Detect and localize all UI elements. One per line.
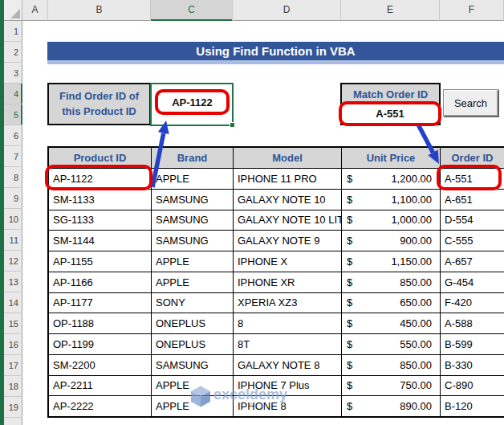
table-cell-order-id[interactable]: A-651 <box>441 190 504 210</box>
table-cell-unit-price[interactable]: $850.00 <box>342 272 441 292</box>
table-cell[interactable]: GALAXY NOTE 10 LITE <box>234 210 342 231</box>
table-cell-order-id[interactable]: A-588 <box>441 313 504 333</box>
row-header-3[interactable]: 3 <box>4 63 22 84</box>
column-header-C[interactable]: C <box>151 0 233 21</box>
watermark-brand: exceldemy <box>213 386 287 403</box>
table-cell[interactable]: IPHONE 11 PRO <box>234 169 342 189</box>
row-header-12[interactable]: 12 <box>4 251 22 272</box>
table-cell[interactable]: ONEPLUS <box>152 313 234 333</box>
table-row: SM-1144SAMSUNGGALAXY NOTE 9$900.00C-555 <box>49 231 504 251</box>
match-order-id-input[interactable]: A-551 <box>339 101 441 126</box>
table-cell-unit-price[interactable]: $1,100.00 <box>342 190 441 210</box>
table-cell[interactable]: SAMSUNG <box>152 190 234 210</box>
row-header-18[interactable]: 18 <box>4 376 22 397</box>
table-row: OP-1188ONEPLUS8$450.00A-588 <box>49 313 504 334</box>
table-cell[interactable]: IPHONE X <box>234 251 342 272</box>
row-header-15[interactable]: 15 <box>4 313 22 334</box>
table-cell[interactable]: SAMSUNG <box>152 231 234 251</box>
table-cell-order-id[interactable]: A-657 <box>441 251 504 272</box>
column-header-B[interactable]: B <box>48 0 151 21</box>
table-cell-order-id[interactable]: F-420 <box>441 293 504 313</box>
table-cell-unit-price[interactable]: $1,150.00 <box>342 251 441 272</box>
search-button[interactable]: Search <box>443 89 498 116</box>
title-banner: Using Find Function in VBA <box>47 42 504 60</box>
table-cell[interactable]: APPLE <box>152 251 234 272</box>
table-header-brand: Brand <box>152 148 234 168</box>
row-header-5[interactable]: 5 <box>4 104 22 125</box>
table-cell[interactable]: SONY <box>152 293 234 313</box>
table-cell[interactable]: APPLE <box>152 272 234 292</box>
table-cell[interactable]: SM-1144 <box>49 231 152 251</box>
table-row: SM-1133SAMSUNGGALAXY NOTE 10$1,100.00A-6… <box>49 190 504 210</box>
row-header-11[interactable]: 11 <box>4 230 22 251</box>
table-cell[interactable]: APPLE <box>152 169 234 189</box>
table-cell-order-id[interactable]: C-890 <box>441 376 504 396</box>
table-cell[interactable]: XPERIA XZ3 <box>234 293 342 313</box>
column-header-F[interactable]: F <box>440 0 504 21</box>
table-row: SG-1133SAMSUNGGALAXY NOTE 10 LITE$1,000.… <box>49 210 504 231</box>
table-cell-unit-price[interactable]: $650.00 <box>342 293 441 313</box>
row-header-2[interactable]: 2 <box>4 42 22 63</box>
table-header-unit-price: Unit Price <box>342 148 441 168</box>
row-header-1[interactable]: 1 <box>4 21 22 42</box>
table-cell[interactable]: AP-1155 <box>49 251 152 272</box>
table-cell[interactable]: GALAXY NOTE 9 <box>234 231 342 251</box>
table-cell[interactable]: AP-1166 <box>49 272 152 292</box>
watermark-tagline: · BI · <box>242 402 264 407</box>
table-cell[interactable]: SAMSUNG <box>152 355 234 375</box>
column-header-D[interactable]: D <box>233 0 341 21</box>
table-cell-order-id[interactable]: B-599 <box>441 334 504 354</box>
table-cell-unit-price[interactable]: $850.00 <box>342 355 441 375</box>
row-header-10[interactable]: 10 <box>4 209 22 230</box>
table-cell-order-id[interactable]: C-555 <box>441 231 504 251</box>
table-cell[interactable]: OP-1199 <box>49 334 152 354</box>
table-cell-unit-price[interactable]: $890.00 <box>342 396 441 416</box>
row-header-7[interactable]: 7 <box>4 146 22 167</box>
table-cell-unit-price[interactable]: $450.00 <box>342 313 441 333</box>
table-cell[interactable]: ONEPLUS <box>152 334 234 354</box>
watermark: exceldemy · BI · <box>191 386 287 407</box>
row-header-17[interactable]: 17 <box>4 355 22 376</box>
table-cell[interactable]: IPHONE XR <box>234 272 342 292</box>
table-cell[interactable]: 8T <box>234 334 342 354</box>
row-header-6[interactable]: 6 <box>4 125 22 146</box>
table-cell-unit-price[interactable]: $900.00 <box>342 231 441 251</box>
finder-label-line1: Find Order ID of <box>59 89 139 104</box>
table-cell-unit-price[interactable]: $1,000.00 <box>342 210 441 231</box>
row-header-14[interactable]: 14 <box>4 292 22 313</box>
table-row: SM-2200SAMSUNGGALAXY NOTE 8$850.00B-330 <box>49 355 504 376</box>
table-cell[interactable]: 8 <box>234 313 342 333</box>
row-header-8[interactable]: 8 <box>4 167 22 188</box>
fill-handle[interactable] <box>230 122 235 128</box>
table-cell[interactable]: SM-2200 <box>49 355 152 375</box>
table-cell-order-id[interactable]: B-330 <box>441 355 504 375</box>
row-header-9[interactable]: 9 <box>4 188 22 209</box>
table-cell[interactable]: OP-1188 <box>49 313 152 333</box>
row-header-16[interactable]: 16 <box>4 334 22 355</box>
table-cell-unit-price[interactable]: $550.00 <box>342 334 441 354</box>
table-cell[interactable]: AP-2222 <box>49 396 152 416</box>
table-cell[interactable]: AP-1177 <box>49 293 152 313</box>
table-cell[interactable]: SM-1133 <box>49 190 152 210</box>
found-product-id-cell[interactable]: AP-1122 <box>155 89 230 115</box>
table-cell-unit-price[interactable]: $750.00 <box>342 376 441 396</box>
table-cell[interactable]: AP-2211 <box>49 376 152 396</box>
column-header-E[interactable]: E <box>341 0 440 21</box>
select-all-button[interactable] <box>4 0 22 21</box>
row-header-4[interactable]: 4 <box>4 84 22 104</box>
table-cell[interactable]: GALAXY NOTE 10 <box>234 190 342 210</box>
table-cell-order-id[interactable]: B-120 <box>441 396 504 416</box>
watermark-cube-icon <box>191 386 210 407</box>
column-header-A[interactable]: A <box>22 0 48 21</box>
table-cell-unit-price[interactable]: $1,200.00 <box>342 169 441 189</box>
row-header-13[interactable]: 13 <box>4 272 22 292</box>
table-cell[interactable]: SG-1133 <box>49 210 152 231</box>
row-header-19[interactable]: 19 <box>4 397 22 418</box>
table-cell[interactable]: GALAXY NOTE 8 <box>234 355 342 375</box>
table-cell-order-id[interactable]: D-554 <box>441 210 504 231</box>
table-cell[interactable]: SAMSUNG <box>152 210 234 231</box>
table-row: AP-1155APPLEIPHONE X$1,150.00A-657 <box>49 251 504 272</box>
table-row: AP-1177SONYXPERIA XZ3$650.00F-420 <box>49 293 504 314</box>
finder-label-cell[interactable]: Find Order ID of this Product ID <box>47 83 151 125</box>
table-cell-order-id[interactable]: G-454 <box>441 272 504 292</box>
